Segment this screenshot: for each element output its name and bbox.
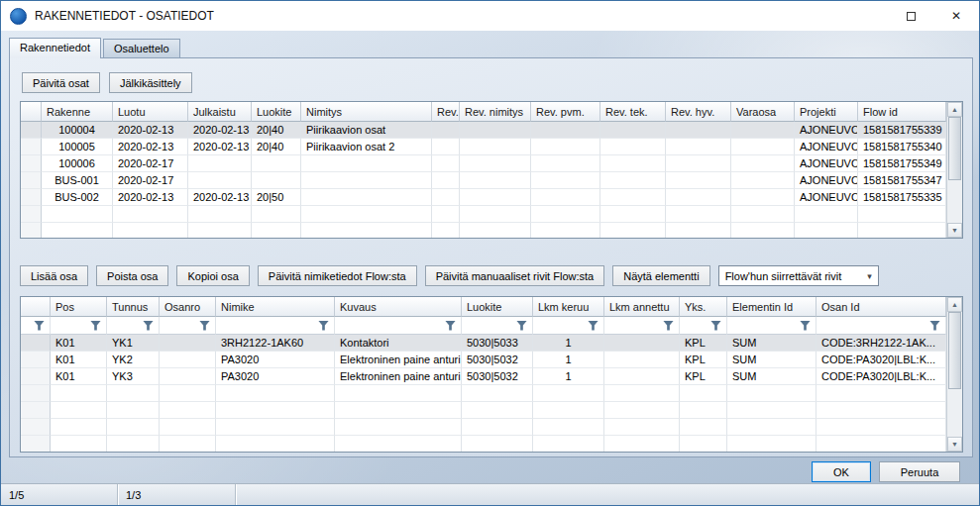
- column-header[interactable]: Luotu: [113, 102, 188, 122]
- table-cell: [160, 352, 216, 368]
- scroll-track[interactable]: [947, 312, 962, 437]
- table-row[interactable]: 1000042020-02-132020-02-1320|40Piirikaav…: [21, 122, 946, 139]
- filter-funnel-icon[interactable]: [588, 321, 599, 331]
- filter-funnel-icon[interactable]: [34, 321, 45, 331]
- nayta-elementti-button[interactable]: Näytä elementti: [612, 265, 709, 286]
- selector-header[interactable]: [21, 297, 51, 317]
- row-selector[interactable]: [21, 139, 42, 155]
- filter-funnel-icon[interactable]: [445, 321, 456, 331]
- table-cell: K01: [51, 352, 107, 368]
- column-header[interactable]: Rev. tek.: [600, 102, 666, 122]
- table-cell: 2020-02-13: [113, 139, 188, 155]
- column-header[interactable]: Rev. nimitys: [460, 102, 531, 122]
- table-row[interactable]: K01YK3PA3020Elektroninen paine anturi503…: [21, 368, 946, 385]
- filter-funnel-icon[interactable]: [710, 321, 721, 331]
- table-cell: PA3020: [216, 368, 335, 385]
- row-selector[interactable]: [21, 352, 51, 368]
- column-header[interactable]: Osan Id: [817, 297, 946, 317]
- parts-vertical-scrollbar[interactable]: ▲ ▼: [946, 297, 962, 452]
- table-cell: AJONEUVO: [795, 122, 858, 139]
- table-cell: SUM: [727, 352, 817, 368]
- table-cell: 2020-02-13: [188, 139, 252, 155]
- table-row[interactable]: 1000062020-02-17AJONEUVO1581581755349: [21, 155, 946, 172]
- table-cell: [731, 155, 795, 172]
- row-selector[interactable]: [21, 368, 51, 385]
- column-header[interactable]: Projekti: [795, 102, 858, 122]
- scroll-down-icon[interactable]: ▼: [947, 437, 962, 452]
- column-header[interactable]: Julkaistu: [188, 102, 252, 122]
- close-button[interactable]: ✕: [933, 1, 979, 31]
- table-row[interactable]: BUS-0012020-02-17AJONEUVO1581581755347: [21, 172, 946, 189]
- filter-funnel-icon[interactable]: [516, 321, 527, 331]
- rows-filter-dropdown[interactable]: Flow'hun siirrettävät rivit ▾: [718, 265, 879, 286]
- column-header[interactable]: Rev. hyv.: [666, 102, 731, 122]
- table-row[interactable]: K01YK2PA3020Elektroninen paine anturi503…: [21, 352, 946, 368]
- lisaa-osa-button[interactable]: Lisää osa: [20, 265, 88, 286]
- filter-funnel-icon[interactable]: [90, 321, 101, 331]
- kopioi-osa-button[interactable]: Kopioi osa: [176, 265, 249, 286]
- table-cell: [252, 155, 301, 172]
- scroll-thumb[interactable]: [948, 117, 961, 180]
- column-header[interactable]: Luokite: [252, 102, 301, 122]
- table-cell: [188, 172, 252, 189]
- paivita-osat-button[interactable]: Päivitä osat: [22, 72, 100, 93]
- filter-funnel-icon[interactable]: [663, 321, 674, 331]
- column-header[interactable]: Yks.: [680, 297, 727, 317]
- row-selector[interactable]: [21, 122, 42, 139]
- row-selector[interactable]: [21, 172, 42, 189]
- filter-funnel-icon[interactable]: [800, 321, 811, 331]
- table-cell: [731, 122, 795, 139]
- column-header[interactable]: Elementin Id: [727, 297, 817, 317]
- table-cell: Piirikaavion osat: [301, 122, 432, 139]
- filter-funnel-icon[interactable]: [929, 321, 940, 331]
- selector-header[interactable]: [21, 102, 42, 122]
- poista-osa-button[interactable]: Poista osa: [96, 265, 168, 286]
- column-header[interactable]: Lkm keruu: [533, 297, 604, 317]
- tab-strip: Rakennetiedot Osaluettelo: [9, 38, 182, 58]
- scroll-track[interactable]: [947, 117, 962, 223]
- table-row[interactable]: K01YK13RH2122-1AK60Kontaktori5030|50331K…: [21, 335, 946, 352]
- cancel-button[interactable]: Peruuta: [879, 461, 960, 482]
- table-cell: 20|50: [252, 189, 301, 206]
- column-header[interactable]: Tunnus: [107, 297, 160, 317]
- table-cell: KPL: [680, 335, 727, 352]
- column-header[interactable]: Rakenne: [42, 102, 113, 122]
- row-selector[interactable]: [21, 155, 42, 172]
- table-cell: 2020-02-17: [113, 155, 188, 172]
- tab-osaluettelo[interactable]: Osaluettelo: [103, 39, 180, 58]
- scroll-thumb[interactable]: [948, 312, 961, 389]
- top-toolbar: Päivitä osat Jälkikäsittely: [22, 72, 192, 93]
- scroll-down-icon[interactable]: ▼: [947, 223, 962, 238]
- table-row[interactable]: BUS-0022020-02-132020-02-1320|50AJONEUVO…: [21, 189, 946, 206]
- column-header[interactable]: Rev. pvm.: [531, 102, 600, 122]
- column-header[interactable]: Nimike: [216, 297, 335, 317]
- column-header[interactable]: Lkm annettu: [604, 297, 680, 317]
- table-cell: [666, 122, 731, 139]
- column-header[interactable]: Nimitys: [301, 102, 432, 122]
- table-row[interactable]: 1000052020-02-132020-02-1320|40Piirikaav…: [21, 139, 946, 155]
- filter-funnel-icon[interactable]: [143, 321, 154, 331]
- jalkikasittely-button[interactable]: Jälkikäsittely: [109, 72, 192, 93]
- row-selector[interactable]: [21, 335, 51, 352]
- column-header[interactable]: Osanro: [160, 297, 216, 317]
- maximize-button[interactable]: [888, 1, 933, 31]
- scroll-up-icon[interactable]: ▲: [947, 102, 962, 117]
- column-header[interactable]: Kuvaus: [335, 297, 462, 317]
- table-cell: SUM: [727, 368, 817, 385]
- column-header[interactable]: Rev.: [432, 102, 460, 122]
- filter-funnel-icon[interactable]: [199, 321, 210, 331]
- ok-button[interactable]: OK: [812, 461, 871, 482]
- table-cell: [460, 172, 531, 189]
- structures-vertical-scrollbar[interactable]: ▲ ▼: [946, 102, 962, 238]
- paivita-nimiketiedot-button[interactable]: Päivitä nimiketiedot Flow:sta: [258, 265, 417, 286]
- filter-funnel-icon[interactable]: [318, 321, 329, 331]
- column-header[interactable]: Luokite: [462, 297, 533, 317]
- tab-rakennetiedot[interactable]: Rakennetiedot: [9, 38, 101, 58]
- scroll-up-icon[interactable]: ▲: [947, 297, 962, 312]
- row-selector[interactable]: [21, 189, 42, 206]
- column-header[interactable]: Varaosa: [731, 102, 795, 122]
- column-header[interactable]: Flow id: [858, 102, 946, 122]
- table-cell: PA3020: [216, 352, 335, 368]
- column-header[interactable]: Pos: [51, 297, 107, 317]
- paivita-manuaaliset-rivit-button[interactable]: Päivitä manuaaliset rivit Flow:sta: [425, 265, 605, 286]
